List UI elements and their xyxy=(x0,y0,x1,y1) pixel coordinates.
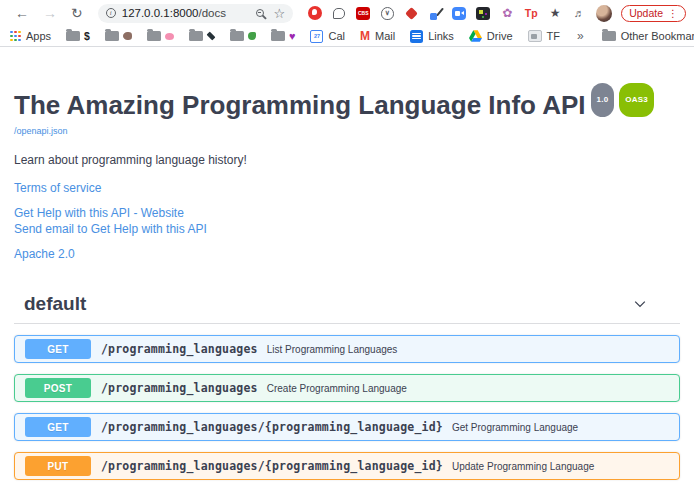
bookmark-star-icon[interactable]: ☆ xyxy=(274,7,286,20)
forward-icon[interactable]: → xyxy=(43,6,57,20)
method-badge: POST xyxy=(25,378,91,398)
tf-label: TF xyxy=(547,30,560,42)
reload-icon[interactable]: ↻ xyxy=(71,6,83,20)
folder-icon xyxy=(147,31,161,41)
red-circle-glyph xyxy=(308,6,322,20)
dark-star-extension-icon[interactable]: ★ xyxy=(548,6,563,21)
section-header-default[interactable]: default xyxy=(14,293,680,324)
drive-label: Drive xyxy=(487,30,513,42)
bookmark-folder-purple-heart[interactable]: ♥ xyxy=(271,31,296,42)
page-title: The Amazing Programming Language Info AP… xyxy=(14,83,680,120)
tp-label: Tp xyxy=(525,8,538,19)
cbs-extension-icon[interactable]: CBS xyxy=(356,6,371,21)
eyedropper-extension-icon[interactable] xyxy=(428,6,443,21)
bookmark-apps[interactable]: Apps xyxy=(10,30,51,42)
extensions-row: CBS ∨ ✿ Tp ★ ♬ xyxy=(303,6,591,21)
endpoint-row-put-update[interactable]: PUT /programming_languages/{programming_… xyxy=(14,452,680,480)
bookmark-folder-brain[interactable] xyxy=(147,31,174,41)
swagger-page: The Amazing Programming Language Info AP… xyxy=(0,83,694,485)
bookmarks-bar: Apps $ ♥ 27 Cal M Mail Links xyxy=(0,26,694,47)
folder-icon xyxy=(602,31,616,41)
api-title-text: The Amazing Programming Language Info AP… xyxy=(14,90,586,120)
bookmark-links[interactable]: Links xyxy=(410,30,454,43)
cbs-label: CBS xyxy=(356,7,370,20)
bookmark-tf[interactable]: TF xyxy=(528,30,560,42)
horse-emoji xyxy=(123,32,132,40)
green-plant-emoji xyxy=(248,32,256,40)
brain-emoji xyxy=(165,33,174,40)
diamond-glyph xyxy=(405,7,418,20)
endpoint-path: /programming_languages/{programming_lang… xyxy=(101,459,443,473)
folder-icon xyxy=(271,31,285,41)
site-info-icon[interactable]: i xyxy=(106,8,116,18)
browser-toolbar: ← → ↻ i 127.0.0.1:8000/docs ☆ CBS ∨ ✿ Tp… xyxy=(0,0,694,26)
red-circle-extension-icon[interactable] xyxy=(308,6,323,21)
openapi-json-link[interactable]: /openapi.json xyxy=(14,126,68,136)
url-path: /docs xyxy=(198,7,226,19)
playlist-extension-icon[interactable]: ♬ xyxy=(572,6,587,21)
endpoint-summary: Create Programming Language xyxy=(267,383,407,394)
endpoint-row-get-list[interactable]: GET /programming_languages List Programm… xyxy=(14,335,680,363)
folder-icon xyxy=(66,31,80,41)
section-name: default xyxy=(24,293,86,315)
endpoint-row-get-one[interactable]: GET /programming_languages/{programming_… xyxy=(14,413,680,441)
update-label: Update xyxy=(629,7,663,19)
pixel-art-extension-icon[interactable] xyxy=(476,6,491,21)
bookmark-folder-grad-cap[interactable] xyxy=(189,31,215,41)
oas3-badge: OAS3 xyxy=(619,83,654,117)
back-icon[interactable]: ← xyxy=(15,6,29,20)
speech-bubble-extension-icon[interactable] xyxy=(332,6,347,21)
version-badge: 1.0 xyxy=(591,83,615,117)
bookmark-folder-green[interactable] xyxy=(230,31,256,41)
kebab-menu-icon[interactable]: ⋮ xyxy=(668,8,678,19)
graduation-cap-emoji xyxy=(207,32,215,40)
dollar-sign: $ xyxy=(84,30,90,42)
folder-icon xyxy=(230,31,244,41)
endpoint-path: /programming_languages/{programming_lang… xyxy=(101,420,443,434)
method-badge: GET xyxy=(25,417,91,437)
endpoint-summary: Get Programming Language xyxy=(452,422,578,433)
dark-star-glyph: ★ xyxy=(550,7,561,19)
calendar-icon: 27 xyxy=(310,30,323,43)
gmail-icon: M xyxy=(360,30,370,42)
contact-email-link[interactable]: Send email to Get Help with this API xyxy=(14,222,680,236)
api-description: Learn about programming language history… xyxy=(14,153,680,167)
bookmarks-overflow-chevron[interactable]: » xyxy=(577,29,584,43)
chevron-down-icon[interactable] xyxy=(632,296,648,312)
purple-flower-extension-icon[interactable]: ✿ xyxy=(500,6,515,21)
pixel-art-glyph xyxy=(476,7,490,20)
profile-avatar[interactable] xyxy=(596,5,612,22)
terms-of-service-link[interactable]: Terms of service xyxy=(14,181,680,195)
zoom-indicator-icon[interactable] xyxy=(256,9,264,17)
bookmark-cal[interactable]: 27 Cal xyxy=(310,30,345,43)
speech-bubble-glyph xyxy=(333,8,345,19)
license-link[interactable]: Apache 2.0 xyxy=(14,247,680,261)
endpoint-row-post-create[interactable]: POST /programming_languages Create Progr… xyxy=(14,374,680,402)
folder-icon xyxy=(189,31,203,41)
bookmark-folder-horse[interactable] xyxy=(105,31,132,41)
method-badge: GET xyxy=(25,339,91,359)
links-label: Links xyxy=(428,30,454,42)
flower-glyph: ✿ xyxy=(502,7,512,19)
address-bar[interactable]: i 127.0.0.1:8000/docs ☆ xyxy=(98,4,294,23)
other-bookmarks[interactable]: Other Bookmarks xyxy=(602,30,694,42)
bookmark-mail[interactable]: M Mail xyxy=(360,30,395,42)
playlist-glyph: ♬ xyxy=(574,8,585,19)
bookmark-folder-dollar[interactable]: $ xyxy=(66,30,90,42)
zoom-camera-extension-icon[interactable] xyxy=(452,6,467,21)
cal-label: Cal xyxy=(328,30,345,42)
pocket-glyph: ∨ xyxy=(381,7,394,20)
contact-website-link[interactable]: Get Help with this API - Website xyxy=(14,206,680,220)
pocket-extension-icon[interactable]: ∨ xyxy=(380,6,395,21)
purple-heart-emoji: ♥ xyxy=(289,31,296,42)
tp-extension-icon[interactable]: Tp xyxy=(524,6,539,21)
red-diamond-extension-icon[interactable] xyxy=(404,6,419,21)
bookmark-drive[interactable]: Drive xyxy=(469,30,513,42)
url-host: 127.0.0.1:8000 xyxy=(122,7,199,19)
links-icon xyxy=(410,30,423,43)
apps-label: Apps xyxy=(26,30,51,42)
camera-glyph xyxy=(452,7,466,20)
tf-icon xyxy=(528,30,542,42)
url-text: 127.0.0.1:8000/docs xyxy=(122,7,226,19)
update-button[interactable]: Update ⋮ xyxy=(621,5,686,22)
